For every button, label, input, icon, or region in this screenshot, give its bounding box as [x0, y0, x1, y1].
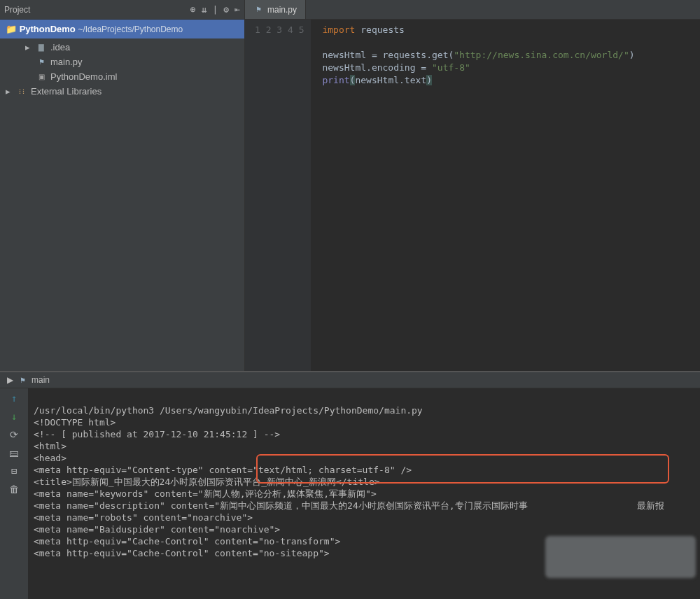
run-down-icon[interactable]: ↓	[11, 411, 17, 422]
project-path: ~/IdeaProjects/PythonDemo	[78, 24, 183, 34]
chevron-right-icon[interactable]: ▸	[25, 42, 32, 52]
tree-item-idea[interactable]: ▸ ▇ .idea	[0, 40, 244, 55]
tree-label: PythonDemo.iml	[50, 71, 117, 82]
tree-item-external[interactable]: ▸ ⫶⫶ External Libraries	[0, 84, 244, 99]
target-icon[interactable]: ⊕	[190, 4, 196, 15]
stop-icon[interactable]: ⟳	[10, 429, 18, 440]
python-file-icon: ⚑	[253, 5, 263, 15]
libraries-icon: ⫶⫶	[17, 87, 27, 97]
tree-label: External Libraries	[31, 86, 102, 97]
file-tree: ▸ ▇ .idea ⚑ main.py ▣ PythonDemo.iml	[0, 38, 244, 100]
code-editor[interactable]: import requests newsHtml = requests.get(…	[311, 20, 700, 371]
sidebar-header: Project ⊕ ⇊ | ⚙ ⇤	[0, 0, 244, 20]
collapse-icon[interactable]: ⇊	[202, 4, 207, 15]
python-file-icon: ⚑	[36, 57, 46, 67]
tree-item-mainpy[interactable]: ⚑ main.py	[0, 55, 244, 69]
python-file-icon: ⚑	[18, 375, 27, 385]
tree-item-iml[interactable]: ▣ PythonDemo.iml	[0, 69, 244, 84]
line-gutter[interactable]: 1 2 3 4 5	[245, 20, 311, 371]
project-name: PythonDemo	[20, 24, 76, 34]
separator: |	[213, 4, 218, 15]
gear-icon[interactable]: ⚙	[223, 4, 229, 15]
tree-label: main.py	[50, 57, 83, 67]
tab-label: main.py	[267, 5, 297, 15]
project-sidebar: Project ⊕ ⇊ | ⚙ ⇤ 📁 PythonDemo ~/IdeaPro…	[0, 0, 245, 371]
fold-icon[interactable]: ⊟	[11, 465, 17, 477]
iml-file-icon: ▣	[36, 72, 46, 82]
tab-mainpy[interactable]: ⚑ main.py	[245, 0, 306, 19]
tree-label: .idea	[50, 42, 70, 52]
sidebar-title: Project	[4, 5, 30, 15]
project-root[interactable]: 📁 PythonDemo ~/IdeaProjects/PythonDemo	[0, 20, 244, 38]
console-output[interactable]: /usr/local/bin/python3 /Users/wangyubin/…	[28, 388, 700, 599]
editor-area: ⚑ main.py 1 2 3 4 5 import requests news…	[245, 0, 700, 371]
run-config-label: main	[31, 375, 50, 385]
run-header: ▶ ⚑ main	[0, 372, 700, 388]
folder-icon: ▇	[36, 43, 46, 52]
run-panel: ▶ ⚑ main ↑ ↓ ⟳ 🖴 ⊟ 🗑 /usr/local/bin/pyth…	[0, 371, 700, 599]
print-icon[interactable]: 🖴	[9, 447, 19, 458]
editor-tabs: ⚑ main.py	[245, 0, 700, 20]
run-toolbar: ↑ ↓ ⟳ 🖴 ⊟ 🗑	[0, 388, 28, 599]
hide-icon[interactable]: ⇤	[234, 4, 240, 15]
trash-icon[interactable]: 🗑	[9, 484, 19, 495]
rerun-icon[interactable]: ↑	[11, 393, 17, 404]
watermark-overlay	[545, 536, 696, 578]
